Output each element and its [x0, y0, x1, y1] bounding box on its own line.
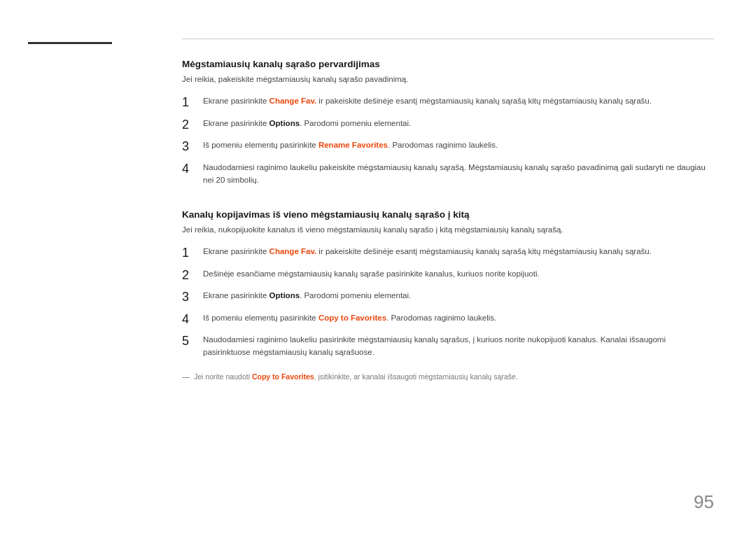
step-number: 1: [182, 95, 203, 111]
section-copy: Kanalų kopijavimas iš vieno mėgstamiausi…: [182, 209, 714, 383]
step-text: Ekrane pasirinkite Options. Parodomi pom…: [203, 290, 714, 302]
step-text: Dešinėje esančiame mėgstamiausių kanalų …: [203, 268, 714, 281]
section2-intro: Jei reikia, nukopijuokite kanalus iš vie…: [182, 224, 714, 236]
section-rename: Mėgstamiausių kanalų sąrašo pervardijima…: [182, 59, 714, 187]
step-text: Naudodamiesi raginimo laukeliu pakeiskit…: [203, 162, 714, 187]
footnote: — Jei norite naudoti Copy to Favorites, …: [182, 372, 714, 383]
step-number: 2: [182, 268, 203, 283]
section1-title: Mėgstamiausių kanalų sąrašo pervardijima…: [182, 59, 714, 69]
step-item: 3 Ekrane pasirinkite Options. Parodomi p…: [182, 290, 714, 305]
step-number: 5: [182, 334, 203, 349]
step-item: 2 Ekrane pasirinkite Options. Parodomi p…: [182, 118, 714, 133]
step-item: 4 Iš pomeniu elementų pasirinkite Copy t…: [182, 312, 714, 328]
highlight-change-fav-2: Change Fav.: [270, 247, 317, 255]
highlight-rename-favorites: Rename Favorites: [318, 141, 388, 149]
page-number: 95: [694, 491, 714, 513]
step-text: Iš pomeniu elementų pasirinkite Rename F…: [203, 139, 714, 152]
step-item: 4 Naudodamiesi raginimo laukeliu pakeisk…: [182, 162, 714, 187]
highlight-options-2: Options: [270, 291, 300, 300]
section2-steps: 1 Ekrane pasirinkite Change Fav. ir pake…: [182, 246, 714, 359]
section1-steps: 1 Ekrane pasirinkite Change Fav. ir pake…: [182, 95, 714, 186]
footnote-text: Jei norite naudoti Copy to Favorites, įs…: [194, 372, 518, 383]
step-text: Iš pomeniu elementų pasirinkite Copy to …: [203, 312, 714, 325]
section1-intro: Jei reikia, pakeiskite mėgstamiausių kan…: [182, 73, 714, 85]
highlight-copy-footnote: Copy to Favorites: [252, 372, 314, 381]
section2-title: Kanalų kopijavimas iš vieno mėgstamiausi…: [182, 209, 714, 220]
step-item: 1 Ekrane pasirinkite Change Fav. ir pake…: [182, 95, 714, 111]
step-item: 1 Ekrane pasirinkite Change Fav. ir pake…: [182, 246, 714, 261]
highlight-change-fav: Change Fav.: [270, 97, 317, 105]
sidebar-accent-line: [28, 42, 112, 44]
top-divider: [182, 38, 714, 39]
step-number: 2: [182, 118, 203, 133]
page-container: Mėgstamiausių kanalų sąrašo pervardijima…: [0, 0, 756, 534]
step-item: 5 Naudodamiesi raginimo laukeliu pasirin…: [182, 334, 714, 359]
step-item: 2 Dešinėje esančiame mėgstamiausių kanal…: [182, 268, 714, 283]
step-number: 4: [182, 312, 203, 328]
step-number: 1: [182, 246, 203, 261]
step-number: 3: [182, 139, 203, 155]
step-text: Ekrane pasirinkite Change Fav. ir pakeis…: [203, 95, 714, 108]
step-number: 3: [182, 290, 203, 305]
main-content: Mėgstamiausių kanalų sąrašo pervardijima…: [140, 0, 756, 534]
step-item: 3 Iš pomeniu elementų pasirinkite Rename…: [182, 139, 714, 155]
left-sidebar: [0, 0, 140, 534]
step-text: Ekrane pasirinkite Change Fav. ir pakeis…: [203, 246, 714, 258]
step-text: Naudodamiesi raginimo laukeliu pasirinki…: [203, 334, 714, 359]
highlight-options: Options: [270, 119, 300, 127]
step-text: Ekrane pasirinkite Options. Parodomi pom…: [203, 118, 714, 130]
step-number: 4: [182, 162, 203, 177]
footnote-dash: —: [182, 372, 190, 381]
highlight-copy-to-favorites: Copy to Favorites: [318, 314, 386, 322]
